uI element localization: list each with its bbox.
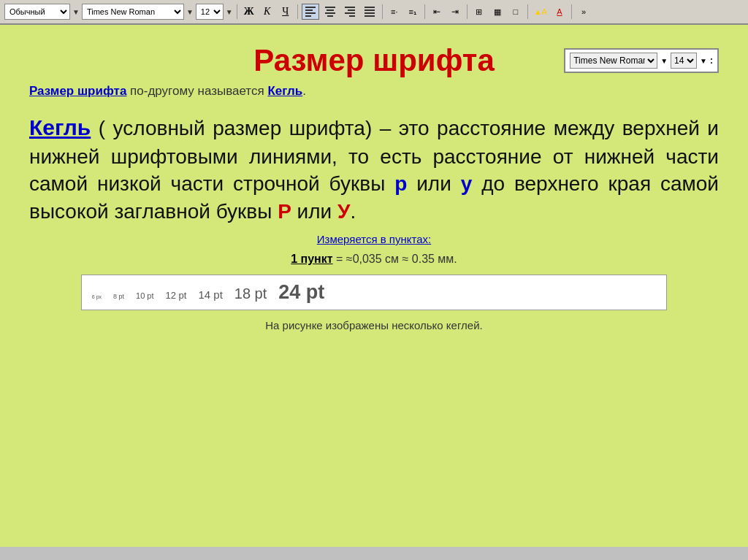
style-arrow: ▼ [72, 8, 80, 16]
align-left-button[interactable] [302, 4, 319, 20]
def-or: или [291, 200, 337, 223]
list-numbered-button[interactable]: ≡₁ [405, 4, 421, 20]
size-arrow: ▼ [226, 8, 233, 16]
font-box-selector[interactable]: Times New Roman [570, 53, 657, 69]
size-18pt: 18 pt [234, 285, 267, 302]
separator-5 [467, 4, 468, 19]
def-p: р [394, 172, 407, 195]
indent-increase-button[interactable]: ⇥ [447, 4, 463, 20]
size-12pt: 12 pt [166, 290, 187, 301]
kegel-term: Кегль [29, 115, 91, 139]
definition-block: Кегль ( условный размер шрифта) – это ра… [29, 113, 719, 226]
size-6px: 6 px [92, 294, 102, 299]
separator-2 [297, 4, 298, 19]
punkt-term: 1 пункт [291, 253, 332, 265]
subtitle-line: Размер шрифта по-другому называется Кегл… [29, 84, 719, 99]
subtitle-end: . [302, 84, 306, 98]
separator-4 [424, 4, 425, 19]
size-8pt: 8 pt [113, 293, 124, 300]
font-selector[interactable]: Times New Roman [82, 4, 184, 20]
subtitle-term: Размер шрифта [29, 84, 126, 98]
def-P: Р [278, 200, 291, 223]
font-box-extra: : [710, 55, 713, 66]
align-right-button[interactable] [341, 4, 359, 20]
size-10pt: 10 pt [136, 291, 153, 300]
def-end: . [350, 200, 356, 223]
punkt-line: 1 пункт = ≈0,035 см ≈ 0.35 мм. [29, 253, 719, 266]
measured-line: Измеряется в пунктах: [29, 233, 719, 245]
style-selector[interactable]: Обычный [4, 4, 70, 20]
align-center-button[interactable] [321, 4, 339, 20]
align-justify-button[interactable] [361, 4, 378, 20]
size-selector[interactable]: 12 [196, 4, 224, 20]
font-size-visual: 6 px 8 pt 10 pt 12 pt 14 pt 18 pt 24 pt [81, 275, 667, 310]
list-bullet-button[interactable]: ≡· [386, 4, 402, 20]
highlight-button[interactable]: ▲A [532, 4, 549, 20]
def-y: у [461, 172, 473, 195]
separator-3 [382, 4, 383, 19]
punkt-post: = ≈0,035 см ≈ 0.35 мм. [333, 253, 457, 265]
align-left-icon [304, 5, 317, 18]
font-selector-box: Times New Roman ▼ 14 ▼ : [564, 48, 719, 73]
separator-7 [571, 4, 572, 19]
measured-text: Измеряется в пунктах: [317, 233, 431, 245]
content-area: Times New Roman ▼ 14 ▼ : Размер шрифта Р… [0, 25, 748, 547]
bold-button[interactable]: Ж [241, 4, 257, 20]
align-justify-icon [363, 5, 376, 18]
def-Y: У [337, 200, 350, 223]
font-box-size-arrow: ▼ [700, 57, 707, 65]
size-14pt: 14 pt [198, 288, 222, 301]
align-center-icon [324, 5, 337, 18]
underline-button[interactable]: Ч [278, 4, 294, 20]
more-button[interactable]: » [576, 4, 592, 20]
font-box-arrow: ▼ [660, 57, 668, 65]
columns-button[interactable]: ▦ [489, 4, 505, 20]
size-24pt: 24 pt [278, 281, 324, 304]
italic-button[interactable]: К [259, 4, 275, 20]
border-button[interactable]: □ [508, 4, 524, 20]
align-right-icon [343, 5, 356, 18]
separator-1 [237, 4, 237, 19]
toolbar: Обычный ▼ Times New Roman ▼ 12 ▼ Ж К Ч [0, 0, 748, 25]
font-arrow: ▼ [186, 8, 194, 16]
subtitle-kegel-link[interactable]: Кегль [267, 84, 302, 98]
indent-decrease-button[interactable]: ⇤ [429, 4, 445, 20]
def-mid: или [407, 172, 460, 195]
subtitle-mid: по-другому называется [126, 84, 267, 98]
table-button[interactable]: ⊞ [471, 4, 487, 20]
caption-line: На рисунке изображены несколько кеглей. [29, 319, 719, 331]
fontcolor-button[interactable]: A [552, 4, 568, 20]
separator-6 [527, 4, 528, 19]
font-box-size-selector[interactable]: 14 [671, 53, 697, 69]
